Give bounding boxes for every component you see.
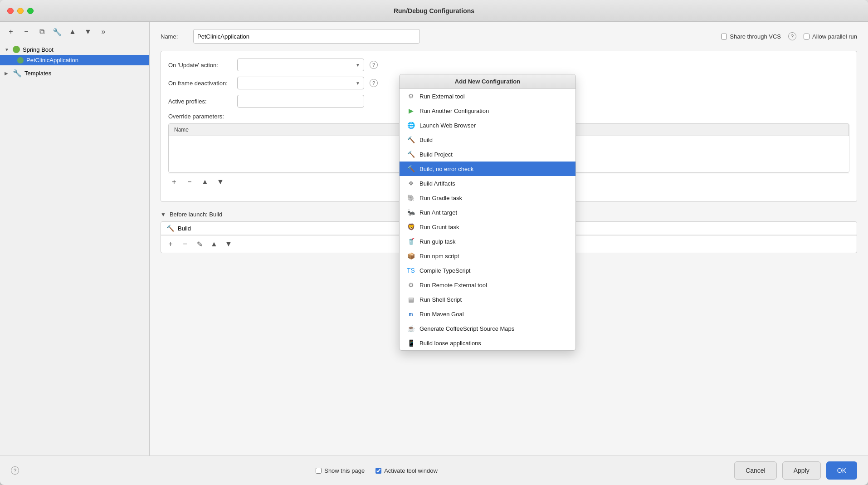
add-config-button[interactable]: + — [5, 25, 17, 38]
dropdown-item-run-gulp[interactable]: 🥤 Run gulp task — [400, 234, 575, 249]
before-launch-up-button[interactable]: ▲ — [208, 238, 220, 250]
override-add-button[interactable]: + — [168, 176, 180, 188]
before-launch-remove-button[interactable]: − — [179, 238, 191, 250]
dropdown-item-compile-ts[interactable]: TS Compile TypeScript — [400, 263, 575, 278]
activate-tool-checkbox[interactable] — [375, 468, 381, 474]
dropdown-item-run-external[interactable]: ⚙ Run External tool — [400, 89, 575, 103]
window-controls — [7, 8, 34, 14]
remote-icon: ⚙ — [407, 281, 415, 289]
dropdown-item-label: Run Maven Goal — [419, 311, 464, 318]
share-vcs-help-icon[interactable]: ? — [788, 32, 796, 40]
activate-tool-text: Activate tool window — [384, 467, 438, 474]
bottom-bar: ? Show this page Activate tool window Ca… — [0, 456, 868, 485]
show-page-label[interactable]: Show this page — [316, 467, 365, 474]
help-section: ? — [11, 466, 19, 475]
sidebar-item-petclinic[interactable]: PetClinicApplication — [0, 55, 149, 65]
templates-label: Templates — [24, 70, 51, 77]
dropdown-item-run-grunt[interactable]: 🦁 Run Grunt task — [400, 220, 575, 234]
vcs-options: Share through VCS ? Allow parallel run — [721, 32, 857, 40]
loose-icon: 📱 — [407, 339, 415, 347]
frame-deact-arrow: ▼ — [356, 81, 360, 86]
petclinic-label: PetClinicApplication — [26, 57, 78, 64]
spring-boot-icon — [13, 46, 20, 53]
build-icon: 🔨 — [166, 225, 174, 232]
frame-deact-select[interactable]: ▼ — [237, 77, 364, 89]
dropdown-item-label: Build Artifacts — [419, 180, 455, 187]
gulp-icon: 🥤 — [407, 237, 415, 245]
show-page-checkbox[interactable] — [316, 468, 322, 474]
more-button[interactable]: » — [97, 25, 110, 38]
override-label: Override parameters: — [168, 113, 224, 120]
before-launch-label: Before launch: Build — [170, 211, 222, 218]
add-new-configuration-dropdown: Add New Configuration ⚙ Run External too… — [399, 74, 576, 351]
before-launch-add-button[interactable]: + — [165, 238, 176, 250]
ok-button[interactable]: OK — [826, 461, 857, 480]
sidebar-item-spring-boot[interactable]: ▼ Spring Boot — [0, 44, 149, 55]
before-launch-down-button[interactable]: ▼ — [223, 238, 234, 250]
settings-button[interactable]: 🔧 — [51, 25, 63, 38]
dropdown-item-run-remote[interactable]: ⚙ Run Remote External tool — [400, 278, 575, 292]
minimize-button[interactable] — [17, 8, 24, 14]
update-action-help-icon[interactable]: ? — [370, 61, 378, 69]
dropdown-item-label: Generate CoffeeScript Source Maps — [419, 325, 514, 332]
dropdown-item-coffeescript[interactable]: ☕ Generate CoffeeScript Source Maps — [400, 321, 575, 336]
dropdown-item-run-gradle[interactable]: 🐘 Run Gradle task — [400, 191, 575, 205]
typescript-icon: TS — [407, 266, 415, 274]
expand-arrow-spring-boot: ▼ — [5, 47, 10, 52]
move-down-button[interactable]: ▼ — [82, 25, 94, 38]
dropdown-item-label: Run Shell Script — [419, 296, 462, 303]
copy-config-button[interactable]: ⧉ — [35, 25, 48, 38]
sidebar-item-templates[interactable]: ▶ 🔧 Templates — [0, 67, 149, 79]
update-action-arrow: ▼ — [356, 63, 360, 68]
dropdown-item-build-project[interactable]: 🔨 Build Project — [400, 147, 575, 162]
sidebar-tree: ▼ Spring Boot PetClinicApplication ▶ 🔧 T… — [0, 42, 149, 456]
name-input[interactable] — [193, 29, 420, 44]
petclinic-icon — [17, 57, 24, 64]
close-button[interactable] — [7, 8, 14, 14]
remove-config-button[interactable]: − — [20, 25, 33, 38]
before-launch-edit-button[interactable]: ✎ — [194, 238, 205, 250]
dialog-help-icon[interactable]: ? — [11, 466, 19, 475]
name-row: Name: — [161, 29, 721, 44]
ant-icon: 🐜 — [407, 208, 415, 216]
dropdown-item-build[interactable]: 🔨 Build — [400, 132, 575, 147]
override-remove-button[interactable]: − — [184, 176, 195, 188]
dropdown-item-run-shell[interactable]: ▤ Run Shell Script — [400, 292, 575, 307]
templates-icon: 🔧 — [13, 69, 22, 78]
dropdown-item-run-npm[interactable]: 📦 Run npm script — [400, 249, 575, 263]
show-page-text: Show this page — [324, 467, 365, 474]
expand-arrow-templates: ▶ — [5, 71, 10, 76]
frame-deact-help-icon[interactable]: ? — [370, 79, 378, 87]
profiles-input[interactable] — [237, 95, 364, 108]
dropdown-item-label: Run Grunt task — [419, 224, 459, 230]
dropdown-item-run-maven[interactable]: m Run Maven Goal — [400, 307, 575, 321]
allow-parallel-label[interactable]: Allow parallel run — [804, 33, 857, 40]
allow-parallel-checkbox[interactable] — [804, 34, 809, 39]
dropdown-item-label: Run Another Configuration — [419, 108, 489, 114]
update-action-select[interactable]: ▼ — [237, 59, 364, 71]
override-down-button[interactable]: ▼ — [215, 176, 226, 188]
dropdown-item-build-loose[interactable]: 📱 Build loose applications — [400, 336, 575, 350]
maximize-button[interactable] — [27, 8, 34, 14]
share-vcs-checkbox[interactable] — [721, 34, 727, 39]
dropdown-item-launch-browser[interactable]: 🌐 Launch Web Browser — [400, 118, 575, 132]
dialog-title: Run/Debug Configurations — [394, 7, 474, 15]
apply-button[interactable]: Apply — [782, 461, 821, 480]
coffee-icon: ☕ — [407, 324, 415, 333]
sidebar: + − ⧉ 🔧 ▲ ▼ » ▼ Spring Boot PetClinicApp — [0, 22, 150, 456]
main-body: + − ⧉ 🔧 ▲ ▼ » ▼ Spring Boot PetClinicApp — [0, 22, 868, 456]
dropdown-item-label: Launch Web Browser — [419, 122, 476, 129]
share-vcs-label[interactable]: Share through VCS — [721, 33, 781, 40]
dropdown-item-run-ant[interactable]: 🐜 Run Ant target — [400, 205, 575, 220]
override-up-button[interactable]: ▲ — [199, 176, 211, 188]
dropdown-item-label: Run External tool — [419, 93, 465, 100]
bottom-options: Show this page Activate tool window — [316, 467, 438, 474]
move-up-button[interactable]: ▲ — [66, 25, 79, 38]
sidebar-toolbar: + − ⧉ 🔧 ▲ ▼ » — [0, 22, 149, 42]
activate-tool-label[interactable]: Activate tool window — [375, 467, 438, 474]
dropdown-item-build-artifacts[interactable]: ❖ Build Artifacts — [400, 176, 575, 191]
dropdown-item-run-another[interactable]: ▶ Run Another Configuration — [400, 103, 575, 118]
dropdown-item-label: Run gulp task — [419, 238, 456, 245]
cancel-button[interactable]: Cancel — [734, 461, 777, 480]
dropdown-item-build-no-error[interactable]: 🔨 Build, no error check — [400, 162, 575, 176]
